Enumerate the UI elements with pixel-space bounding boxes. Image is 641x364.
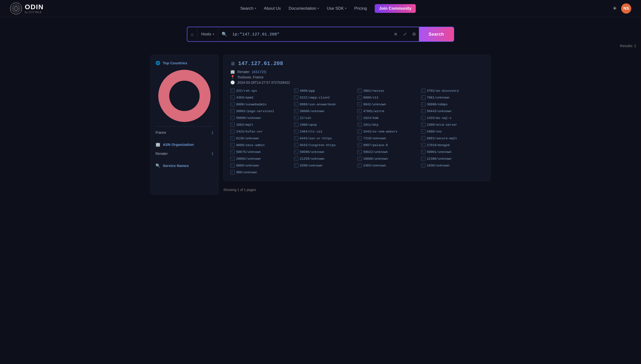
service-icon: >_ — [294, 109, 298, 113]
service-names-title: 🔍 Service Names — [155, 163, 213, 168]
result-timestamp: 2024-03-28T14:27:57.3727028422 — [237, 80, 290, 84]
service-item[interactable]: >_ 50075/unknown — [230, 149, 293, 154]
service-icon: >_ — [357, 95, 362, 100]
service-icon: >_ — [421, 109, 425, 113]
service-item[interactable]: >_ 6000/x11 — [357, 95, 420, 100]
result-ip[interactable]: 147.127.61.208 — [238, 61, 283, 67]
service-icon: >_ — [421, 88, 425, 93]
service-item[interactable]: >_ 27019/mongod — [421, 142, 484, 148]
service-item[interactable]: >_ 12380/unknown — [421, 156, 484, 161]
service-item[interactable]: >_ 1830/unknown — [421, 163, 484, 168]
nav-pricing[interactable]: Pricing — [354, 6, 367, 11]
service-item[interactable]: >_ 30000/ndmps — [421, 102, 484, 107]
service-item[interactable]: >_ 1911/mtp — [357, 122, 420, 128]
search-mode-selector[interactable]: Hosts ▾ — [197, 27, 218, 41]
expand-icon[interactable]: ⤢ — [401, 32, 409, 37]
service-item[interactable]: >_ 21259/unknown — [294, 156, 357, 161]
nav-search[interactable]: Search ▾ — [240, 6, 256, 11]
service-item[interactable]: >_ 8883/secure-mqtt — [421, 136, 484, 141]
service-item[interactable]: >_ 6443/sun-sr-https — [294, 136, 357, 141]
nav-join-community[interactable]: Join Community — [375, 4, 416, 13]
service-icon: >_ — [294, 95, 298, 100]
service-item[interactable]: >_ 989/unknown — [230, 170, 293, 175]
service-item[interactable]: >_ 2483/unknown — [357, 163, 420, 168]
search-button[interactable]: Search — [419, 27, 454, 41]
service-item[interactable]: >_ 8800/sunwebadmin — [230, 102, 293, 107]
avatar[interactable]: NS — [621, 4, 631, 14]
service-item[interactable]: >_ 50090/unknown — [294, 149, 357, 154]
service-names-section: 🔍 Service Names — [155, 163, 213, 168]
service-item[interactable]: >_ 8089/unknown — [230, 163, 293, 168]
service-item[interactable]: >_ 6136/unknown — [230, 136, 293, 141]
service-item[interactable]: >_ 2380/etcd-server — [421, 122, 484, 128]
results-count: Results: 1 — [369, 42, 636, 50]
service-icon: >_ — [230, 109, 235, 113]
service-icon: >_ — [230, 129, 235, 134]
service-icon: >_ — [230, 156, 235, 161]
service-item[interactable]: >_ 1024/kdm — [357, 115, 420, 120]
clear-icon[interactable]: ✕ — [391, 31, 401, 37]
service-icon: >_ — [421, 163, 425, 168]
service-item[interactable]: >_ 9443/tungsten-https — [294, 142, 357, 148]
service-item[interactable]: >_ 50022/unknown — [357, 149, 420, 154]
service-item[interactable]: >_ 7210/unknown — [357, 136, 420, 141]
service-item[interactable]: >_ 30006/unknown — [294, 108, 357, 114]
service-item[interactable]: >_ 4369/epmd — [230, 95, 293, 100]
service-icon: >_ — [357, 109, 362, 113]
nav-about[interactable]: About Us — [264, 6, 281, 11]
service-icon: >_ — [230, 136, 235, 140]
service-icon: >_ — [357, 102, 362, 106]
service-icon: >_ — [230, 143, 235, 147]
service-icon: >_ — [230, 170, 235, 174]
service-item[interactable]: >_ 7081/unknown — [421, 95, 484, 100]
monitor-icon: 🖥 — [230, 61, 235, 66]
nav-documentation[interactable]: Documentation ▾ — [289, 6, 319, 11]
theme-toggle-icon[interactable]: ☀ — [612, 5, 617, 12]
service-item[interactable]: >_ 1433/ms-sql-s — [421, 115, 484, 120]
service-item[interactable]: >_ 9997/palace-6 — [357, 142, 420, 148]
result-asn[interactable]: (AS1715) — [252, 70, 266, 74]
service-item[interactable]: >_ 5222/xmpp-client — [294, 95, 357, 100]
service-item[interactable]: >_ 8888/sun-answerbook — [294, 102, 357, 107]
service-item[interactable]: >_ 2424/kofax-svr — [230, 129, 293, 134]
service-icon: >_ — [230, 163, 235, 168]
service-item[interactable]: >_ 5900/vnc — [421, 129, 484, 134]
chevron-down-icon: ▾ — [212, 32, 214, 36]
service-icon: >_ — [421, 95, 425, 100]
home-icon[interactable]: ⌂ — [187, 27, 197, 41]
service-item[interactable]: >_ 30001/pago-services1 — [230, 108, 293, 114]
service-item[interactable]: >_ 3702/ws-discovery — [421, 88, 484, 94]
chevron-down-icon: ▾ — [345, 7, 346, 10]
service-item[interactable]: >_ 3443/ov-nnm-websrv — [357, 129, 420, 134]
service-icon: >_ — [421, 136, 425, 140]
service-item[interactable]: >_ 3001/nessus — [357, 88, 420, 94]
logo-sub: by CYCYBLE — [25, 11, 44, 14]
service-item[interactable]: >_ 1900/upnp — [294, 122, 357, 128]
settings-icon[interactable]: ⚙ — [409, 32, 419, 37]
service-item[interactable]: >_ 3390/unknown — [294, 163, 357, 168]
service-item[interactable]: >_ 18080/unknown — [357, 156, 420, 161]
service-icon: >_ — [294, 122, 298, 127]
service-item[interactable]: >_ 9090/zeus-admin — [230, 142, 293, 148]
service-item[interactable]: >_ 47001/winrm — [357, 108, 420, 114]
service-icon: >_ — [421, 129, 425, 134]
service-item[interactable]: >_ 3000/ppp — [294, 88, 357, 94]
service-item[interactable]: >_ 50443/unknown — [421, 108, 484, 114]
service-item[interactable]: >_ 9042/unknown — [357, 102, 420, 107]
service-item[interactable]: >_ 2484/ttc-ssl — [294, 129, 357, 134]
service-icon: >_ — [357, 88, 362, 93]
service-item[interactable]: >_ 222/rsh-spx — [230, 88, 293, 94]
service-icon: >_ — [357, 143, 362, 147]
service-item[interactable]: >_ 50896/unknown — [230, 115, 293, 120]
clock-icon: 🕐 — [230, 80, 235, 85]
nav-sdk[interactable]: Use SDK ▾ — [327, 6, 346, 11]
logo[interactable]: ODIN by CYCYBLE — [10, 2, 44, 15]
search-input[interactable] — [230, 32, 391, 37]
service-item[interactable]: >_ 22/ssh — [294, 115, 357, 120]
result-header: 🖥 147.127.61.208 — [230, 61, 484, 67]
service-icon: >_ — [421, 116, 425, 120]
service-item[interactable]: >_ 50001/unknown — [421, 149, 484, 154]
service-item[interactable]: >_ 29092/unknown — [230, 156, 293, 161]
logo-icon — [10, 2, 22, 15]
service-item[interactable]: >_ 1883/mqtt — [230, 122, 293, 128]
